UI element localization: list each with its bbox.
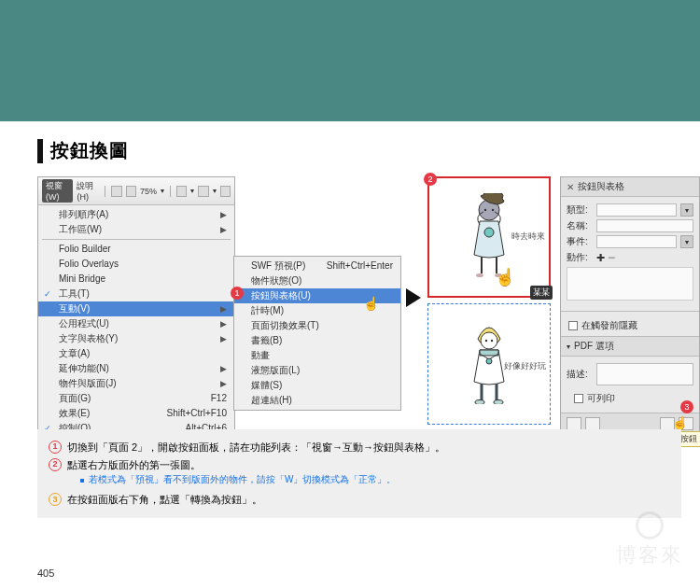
submenu-item[interactable]: 頁面切換效果(T) — [234, 318, 400, 333]
menu-item[interactable]: 公用程式(U)▶ — [38, 316, 234, 331]
menu-item-label: Folio Overlays — [59, 258, 119, 271]
submenu-item[interactable]: 液態版面(L) — [234, 363, 400, 378]
menu-item[interactable]: 頁面(G)F12 — [38, 391, 234, 406]
watermark: 博客來 — [616, 511, 683, 569]
action-label: 動作: — [567, 251, 593, 264]
zoom-label[interactable]: 75% — [140, 187, 157, 196]
event-dropdown-icon[interactable]: ▾ — [680, 235, 693, 248]
illustration-top[interactable]: 2 時去時來 某某 ☝ — [427, 176, 551, 298]
illustration-bottom[interactable]: 好像好好玩 — [427, 303, 551, 425]
menu-tab-window[interactable]: 視窗(W) — [42, 179, 73, 203]
menu-item[interactable]: 排列順序(A)▶ — [38, 207, 234, 222]
svg-point-11 — [494, 400, 503, 405]
watermark-smile-icon — [636, 511, 664, 539]
desc-label: 描述: — [567, 368, 593, 381]
hand-cursor-icon: ☝ — [495, 267, 515, 287]
step-3-badge: 3 — [49, 493, 62, 506]
menu-item-label: 延伸功能(N) — [59, 362, 109, 375]
callout-badge-3: 3 — [680, 400, 693, 413]
printable-label: 可列印 — [587, 392, 615, 405]
menu-item[interactable]: 效果(E)Shift+Ctrl+F10 — [38, 406, 234, 421]
menu-item[interactable]: 延伸功能(N)▶ — [38, 361, 234, 376]
svg-point-3 — [484, 228, 494, 237]
chevron-right-icon: ▶ — [220, 304, 227, 314]
pointer-cursor-3-icon: ☝ — [672, 415, 688, 430]
menu-item[interactable]: Mini Bridge — [38, 272, 234, 287]
menu-item-label: 物件與版面(J) — [59, 377, 117, 390]
svg-point-6 — [481, 332, 497, 349]
menubar-icon-5[interactable] — [220, 186, 231, 197]
submenu-item[interactable]: 超連結(H) — [234, 393, 400, 408]
chevron-right-icon: ▶ — [220, 210, 227, 219]
menu-shortcut: Shift+Ctrl+Enter — [327, 259, 393, 273]
svg-point-1 — [484, 209, 486, 211]
panel-header[interactable]: ✕ 按鈕與表格 — [561, 177, 699, 197]
title-accent-bar — [37, 139, 43, 163]
menu-item[interactable]: 工作區(W)▶ — [38, 222, 234, 237]
buttons-forms-panel: ✕ 按鈕與表格 類型: ▾ 名稱: 事件: ▾ 動作: ✚ ━ — [560, 176, 700, 435]
menubar-icon-2[interactable] — [126, 186, 136, 197]
preview-button[interactable] — [567, 417, 581, 430]
illus-caption-1: 時去時來 — [511, 231, 545, 243]
step-1-text: 切換到「頁面 2」，開啟按鈕面板，請在功能列表：「視窗→互動→按鈕與表格」。 — [67, 439, 445, 456]
desc-field[interactable] — [596, 363, 693, 385]
menu-item[interactable]: 文章(A) — [38, 346, 234, 361]
menu-item-label: 工具(T) — [59, 287, 90, 301]
event-label: 事件: — [567, 235, 593, 248]
submenu-item-label: 物件狀態(O) — [251, 274, 301, 287]
menu-tab-help[interactable]: 說明(H) — [77, 180, 99, 202]
page-title: 按鈕換圖 — [50, 138, 129, 163]
type-dropdown-icon[interactable]: ▾ — [680, 203, 693, 217]
illus-caption-2: 好像好好玩 — [504, 360, 546, 372]
svg-point-7 — [485, 340, 487, 342]
menu-item-label: 頁面(G) — [59, 392, 91, 405]
menu-separator — [42, 239, 231, 240]
submenu-item[interactable]: SWF 預視(P)Shift+Ctrl+Enter — [234, 259, 400, 273]
submenu-item[interactable]: 書籤(B) — [234, 333, 400, 348]
submenu-item-label: SWF 預視(P) — [251, 259, 305, 273]
name-field[interactable] — [596, 219, 693, 232]
menu-header: 視窗(W) 說明(H) 75% ▾ ▾ ▾ — [38, 177, 234, 205]
hide-until-checkbox[interactable] — [568, 321, 578, 330]
illustrations: 2 時去時來 某某 ☝ — [427, 176, 551, 430]
type-field[interactable] — [596, 203, 677, 217]
panel-expand-icon[interactable]: ✕ — [567, 182, 574, 192]
menu-item[interactable]: 物件與版面(J)▶ — [38, 376, 234, 391]
menu-item[interactable]: Folio Overlays — [38, 257, 234, 272]
submenu-item[interactable]: 媒體(S) — [234, 378, 400, 393]
chevron-down-icon: ▾ — [567, 343, 570, 351]
action-del-icon[interactable]: ━ — [609, 252, 615, 264]
menubar-icon-4[interactable] — [198, 186, 208, 197]
menu-shortcut: F12 — [211, 393, 227, 403]
chevron-right-icon: ▶ — [220, 225, 227, 234]
submenu-item-label: 計時(M) — [251, 304, 284, 317]
svg-point-4 — [476, 273, 483, 277]
top-green-band — [0, 0, 700, 121]
chevron-right-icon: ▶ — [220, 364, 227, 373]
menubar-icon-1[interactable] — [111, 186, 121, 197]
pdf-section-header[interactable]: ▾ PDF 選項 — [561, 336, 699, 357]
svg-point-10 — [475, 400, 484, 405]
page-title-wrap: 按鈕換圖 — [37, 138, 700, 163]
submenu-item-label: 按鈕與表格(U) — [251, 289, 311, 302]
action-add-icon[interactable]: ✚ — [596, 252, 605, 264]
submenu-item[interactable]: 物件狀態(O) — [234, 273, 400, 288]
type-label: 類型: — [567, 203, 593, 217]
submenu-item[interactable]: 動畫 — [234, 348, 400, 363]
flow-arrow-1-icon — [406, 288, 421, 307]
menu-item[interactable]: ✓工具(T) — [38, 287, 234, 301]
menu-item[interactable]: 文字與表格(Y)▶ — [38, 331, 234, 346]
menu-item[interactable]: 互動(V)▶ — [38, 301, 234, 316]
library-button[interactable] — [585, 417, 600, 430]
illus-tag: 某某 — [530, 286, 553, 300]
state-list[interactable] — [567, 267, 693, 301]
menu-item-label: 文字與表格(Y) — [59, 332, 118, 345]
menu-item-label: 排列順序(A) — [59, 208, 108, 221]
svg-point-2 — [492, 209, 494, 211]
menu-item[interactable]: Folio Builder — [38, 242, 234, 257]
printable-checkbox[interactable] — [574, 394, 583, 403]
step-1-badge: 1 — [49, 441, 62, 454]
menubar-icon-3[interactable] — [176, 186, 187, 197]
event-field[interactable] — [596, 235, 677, 248]
step-2-note: 若模式為「預視」看不到版面外的物件，請按「W」切換模式為「正常」。 — [80, 471, 670, 487]
